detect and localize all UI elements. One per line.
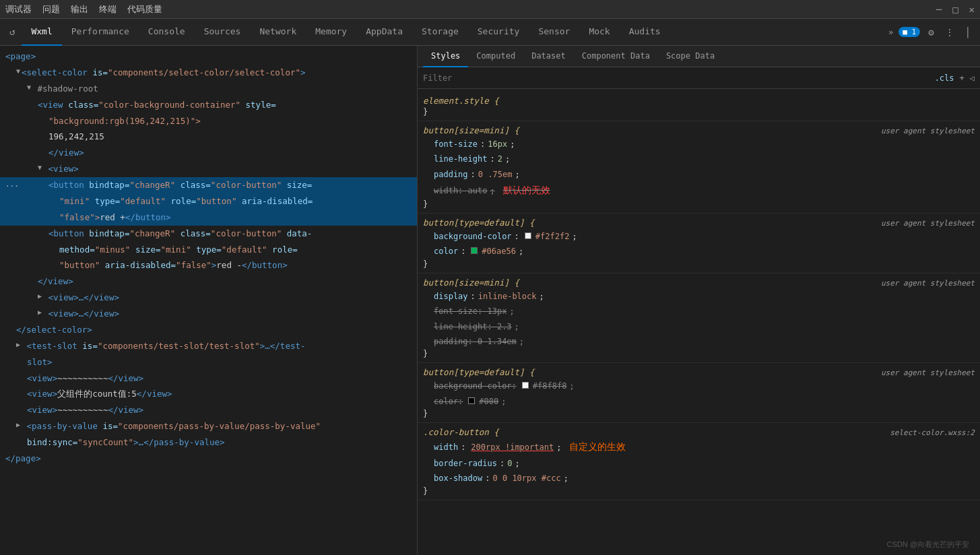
dom-row-view-count[interactable]: <view>父组件的count值:5</view> (0, 386, 417, 402)
annotation-default-invalid: 默认的无效 (503, 183, 550, 199)
separator-icon: │ (962, 26, 973, 39)
tab-sensor[interactable]: Sensor (529, 19, 579, 46)
maximize-button[interactable]: □ (952, 4, 958, 15)
styles-content: element.style { } button[size=mini] { us… (418, 89, 980, 555)
prop-display-1: display: inline-block; (423, 289, 975, 304)
menu-debugger[interactable]: 调试器 (5, 3, 32, 15)
dom-row-slot-close[interactable]: slot> (0, 354, 417, 370)
title-bar-menu: 调试器 问题 输出 终端 代码质量 (5, 3, 162, 15)
dom-row-button1-line3[interactable]: "false">red +</button> (0, 209, 417, 226)
prop-border-radius: border-radius: 0; (423, 456, 975, 471)
prop-bg-color-1: background-color: #f2f2f2; (423, 229, 975, 244)
menu-terminal[interactable]: 终端 (99, 3, 117, 15)
tab-memory[interactable]: Memory (306, 19, 356, 46)
settings-icon[interactable]: ⚙ (925, 26, 936, 39)
dom-row-view-open[interactable]: ▼ <view> (0, 161, 417, 177)
more-icon[interactable]: ⋮ (942, 26, 957, 39)
tab-performance[interactable]: Performance (62, 19, 139, 46)
color-button-selector: .color-button { select-color.wxss:2 (423, 427, 975, 437)
button-type-default-block-2: button[type=default] { user agent styles… (418, 363, 980, 423)
tab-appdata[interactable]: AppData (356, 19, 412, 46)
triangle-expand[interactable]: ▼ (16, 65, 20, 80)
dom-row-select-color[interactable]: ▼ <select-color is="components/select-co… (0, 65, 417, 81)
tab-computed[interactable]: Computed (468, 46, 523, 67)
tab-security[interactable]: Security (468, 19, 529, 46)
prop-line-height-1: line-height: 2; (423, 152, 975, 166)
filter-input[interactable] (423, 73, 929, 83)
tab-wxml[interactable]: Wxml (22, 19, 61, 46)
prop-color-2: color: #000; (423, 394, 975, 409)
dom-row-bg-style[interactable]: "background:rgb(196,242,215)"> (0, 113, 417, 129)
tab-console[interactable]: Console (139, 19, 195, 46)
brace-close-3: } (423, 349, 975, 358)
tab-styles[interactable]: Styles (423, 46, 468, 67)
button-size-mini-block-2: button[size=mini] { user agent styleshee… (418, 273, 980, 364)
element-style-selector: element.style { (423, 96, 975, 106)
source-label-2: user agent stylesheet (881, 219, 975, 228)
tab-bar: ↺ Wxml Performance Console Sources Netwo… (0, 19, 980, 46)
dom-row-pass-by-value-2[interactable]: bind:sync="syncCount">…</pass-by-value> (0, 434, 417, 451)
dom-row-view-tilde1[interactable]: <view>~~~~~~~~~~</view> (0, 370, 417, 387)
prop-box-shadow: box-shadow: 0 0 10rpx #ccc; (423, 471, 975, 486)
tab-network[interactable]: Network (250, 19, 306, 46)
tab-badge[interactable]: ■ 1 (899, 27, 920, 37)
cls-button[interactable]: .cls (935, 73, 954, 83)
dom-row-button2-line3[interactable]: "button" aria-disabled="false">red -</bu… (0, 257, 417, 273)
dom-row-button2-line2[interactable]: method="minus" size="mini" type="default… (0, 242, 417, 258)
dom-row-page-close[interactable]: </page> (0, 451, 417, 467)
dom-row-view-close[interactable]: </view> (0, 273, 417, 290)
add-style-icon[interactable]: + (960, 73, 965, 83)
dom-row-view-collapsed1[interactable]: ▶ <view>…</view> (0, 290, 417, 306)
dom-row-select-color-close[interactable]: </select-color> (0, 322, 417, 338)
collapse-icon[interactable]: ◁ (970, 73, 975, 83)
source-label-5: select-color.wxss:2 (890, 428, 975, 437)
prop-bg-color-2: background-color: #f8f8f8; (423, 379, 975, 393)
button-type-default-selector-2: button[type=default] { user agent styles… (423, 367, 975, 377)
dom-row-view-collapsed2[interactable]: ▶ <view>…</view> (0, 306, 417, 322)
menu-issues[interactable]: 问题 (42, 3, 60, 15)
tab-bar-right: » ■ 1 ⚙ ⋮ │ (888, 26, 977, 39)
minimize-button[interactable]: ─ (936, 4, 942, 15)
title-bar: 调试器 问题 输出 终端 代码质量 ─ □ ✕ (0, 0, 980, 19)
tab-sources[interactable]: Sources (195, 19, 251, 46)
annotation-custom-active: 自定义的生效 (569, 439, 626, 455)
tab-scope-data[interactable]: Scope Data (658, 46, 723, 67)
prop-line-height-2: line-height: 2.3; (423, 319, 975, 334)
dom-row-shadow-root[interactable]: ▼ #shadow-root (0, 81, 417, 97)
tab-overflow-icon[interactable]: » (888, 28, 893, 37)
dom-row-button2-line1[interactable]: <button bindtap="changeR" class="color-b… (0, 226, 417, 242)
tab-component-data[interactable]: Component Data (574, 46, 658, 67)
dom-row-view-bg-close[interactable]: </view> (0, 145, 417, 161)
brace-close-4: } (423, 409, 975, 418)
dom-row-pass-by-value[interactable]: ▶ <pass-by-value is="components/pass-by-… (0, 418, 417, 434)
dom-row-bg-text[interactable]: 196,242,215 (0, 129, 417, 145)
dom-row-view-bg[interactable]: <view class="color-background-container"… (0, 97, 417, 113)
prop-font-size-2: font-size: 13px; (423, 304, 975, 319)
refresh-icon[interactable]: ↺ (3, 19, 22, 46)
brace-close-5: } (423, 486, 975, 496)
right-tab-bar: Styles Computed Dataset Component Data S… (418, 46, 980, 67)
dom-row-button1-line1[interactable]: ... <button bindtap="changeR" class="col… (0, 177, 417, 193)
close-button[interactable]: ✕ (969, 4, 975, 15)
main-layout: <page> ▼ <select-color is="components/se… (0, 46, 980, 555)
prop-padding-1: padding: 0 .75em; (423, 167, 975, 182)
brace-close-2: } (423, 259, 975, 269)
prop-width-color-btn: width: 200rpx !important ; 自定义的生效 (423, 438, 975, 456)
styles-panel: Styles Computed Dataset Component Data S… (418, 46, 980, 555)
dom-content: <page> ▼ <select-color is="components/se… (0, 48, 417, 467)
prop-font-size-1: font-size: 16px; (423, 137, 975, 152)
button-size-mini-selector-1: button[size=mini] { user agent styleshee… (423, 125, 975, 135)
menu-output[interactable]: 输出 (71, 3, 88, 15)
tab-storage[interactable]: Storage (412, 19, 468, 46)
dom-row-page[interactable]: <page> (0, 48, 417, 65)
dom-row-test-slot[interactable]: ▶ <test-slot is="components/test-slot/te… (0, 338, 417, 354)
menu-codequality[interactable]: 代码质量 (127, 3, 162, 15)
tab-audits[interactable]: Audits (620, 19, 670, 46)
dom-row-view-tilde2[interactable]: <view>~~~~~~~~~~</view> (0, 402, 417, 418)
button-type-default-selector-1: button[type=default] { user agent styles… (423, 218, 975, 228)
window-controls: ─ □ ✕ (936, 4, 975, 15)
dom-row-button1-line2[interactable]: "mini" type="default" role="button" aria… (0, 193, 417, 209)
dom-tree-panel: <page> ▼ <select-color is="components/se… (0, 46, 418, 555)
tab-dataset[interactable]: Dataset (523, 46, 574, 67)
tab-mock[interactable]: Mock (579, 19, 619, 46)
